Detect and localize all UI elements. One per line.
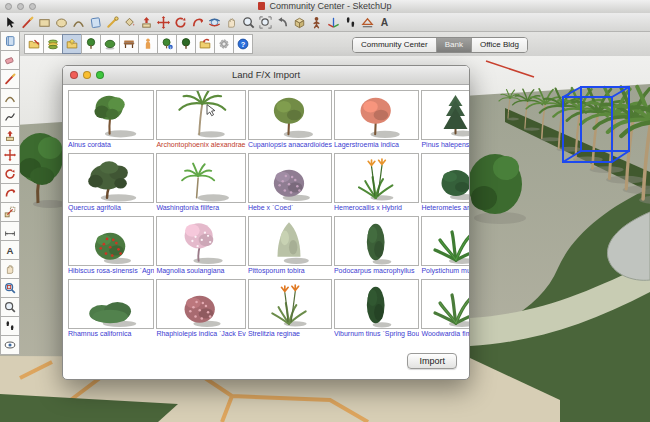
plant-item[interactable]: Pinus halepensis: [421, 90, 470, 150]
plant-item[interactable]: Hibiscus rosa-sinensis `Agn: [68, 216, 154, 276]
push-pull-button[interactable]: [138, 14, 155, 31]
tab-office-bldg[interactable]: Office Bldg: [472, 38, 527, 52]
axes-button[interactable]: [325, 14, 342, 31]
dialog-titlebar[interactable]: Land F/X Import: [63, 66, 469, 85]
pan-button[interactable]: [0, 259, 20, 279]
plant-thumbnail: [156, 216, 246, 266]
follow-me-button[interactable]: [0, 183, 20, 203]
paint-bucket-icon: [122, 15, 137, 30]
new-project-icon: [27, 37, 41, 51]
zoom-icon: [3, 300, 17, 314]
zoom-extents-button[interactable]: [257, 14, 274, 31]
sketchup-document-icon: [258, 2, 265, 10]
zoom-button[interactable]: [240, 14, 257, 31]
plant-item[interactable]: Rhamnus californica: [68, 279, 154, 339]
help-button[interactable]: ?: [233, 34, 253, 54]
zoom-window-button[interactable]: [0, 278, 20, 298]
plant-item[interactable]: Archontophoenix alexandrae: [156, 90, 246, 150]
follow-me-icon: [190, 15, 205, 30]
plant-item[interactable]: Lagerstroemia indica: [334, 90, 419, 150]
plant-item[interactable]: Washingtonia filifera: [156, 153, 246, 213]
dimension-button[interactable]: [0, 221, 20, 241]
dialog-zoom-button[interactable]: [96, 71, 104, 79]
arc-button[interactable]: [70, 14, 87, 31]
section-plane-button[interactable]: [359, 14, 376, 31]
rotate-icon: [3, 167, 17, 181]
plant-item[interactable]: Woodwardia fimbriata: [421, 279, 470, 339]
plant-item[interactable]: Pittosporum tobira: [248, 216, 332, 276]
plant-item[interactable]: Cupaniopsis anacardioides: [248, 90, 332, 150]
rotate-button[interactable]: [172, 14, 189, 31]
text-button[interactable]: A: [0, 240, 20, 260]
position-camera-button[interactable]: [308, 14, 325, 31]
shapes-button[interactable]: [87, 14, 104, 31]
eraser-button[interactable]: [0, 50, 20, 70]
rectangle-button[interactable]: [36, 14, 53, 31]
plant-item[interactable]: Heteromeles arbutifolia: [421, 153, 470, 213]
dialog-minimize-button[interactable]: [83, 71, 91, 79]
plant-item[interactable]: Rhaphiolepis indica `Jack Ev: [156, 279, 246, 339]
follow-me-button[interactable]: [189, 14, 206, 31]
circle-button[interactable]: [53, 14, 70, 31]
walk-button[interactable]: [0, 316, 20, 336]
open-project-button[interactable]: [62, 34, 82, 54]
plant-thumbnail: [421, 216, 470, 266]
plant-info-button[interactable]: i: [157, 34, 177, 54]
plant-label: Hibiscus rosa-sinensis `Agn: [68, 266, 154, 276]
plant-thumbnail: [421, 279, 470, 329]
settings-button[interactable]: [214, 34, 234, 54]
plant-item[interactable]: Strelitzia reginae: [248, 279, 332, 339]
orbit-button[interactable]: [206, 14, 223, 31]
pan-button[interactable]: [223, 14, 240, 31]
dimension-icon: [3, 224, 17, 238]
place-canopy-tree-button[interactable]: [176, 34, 196, 54]
shapes-icon: [88, 15, 103, 30]
plant-item[interactable]: Hemerocallis x Hybrid: [334, 153, 419, 213]
freehand-button[interactable]: [0, 107, 20, 127]
styles-button[interactable]: [0, 31, 20, 51]
import-plants-button[interactable]: [195, 34, 215, 54]
line-button[interactable]: [19, 14, 36, 31]
plant-label: Quercus agrifolia: [68, 203, 154, 213]
plant-item[interactable]: Polystichum munitum: [421, 216, 470, 276]
push-pull-button[interactable]: [0, 126, 20, 146]
plant-item[interactable]: Hebe x `Coed`: [248, 153, 332, 213]
select-button[interactable]: [2, 14, 19, 31]
tab-bank[interactable]: Bank: [437, 38, 472, 52]
dialog-close-button[interactable]: [70, 71, 78, 79]
arc-button[interactable]: [0, 88, 20, 108]
move-button[interactable]: [0, 145, 20, 165]
make-component-button[interactable]: [291, 14, 308, 31]
plant-item[interactable]: Podocarpus macrophyllus: [334, 216, 419, 276]
new-project-button[interactable]: [24, 34, 44, 54]
text-button[interactable]: A: [376, 14, 393, 31]
plant-item[interactable]: Magnolia soulangiana: [156, 216, 246, 276]
paint-bucket-button[interactable]: [121, 14, 138, 31]
rotate-button[interactable]: [0, 164, 20, 184]
line-button[interactable]: [0, 69, 20, 89]
place-shrub-button[interactable]: [100, 34, 120, 54]
plant-item[interactable]: Viburnum tinus `Spring Bou: [334, 279, 419, 339]
plant-thumbnail: [156, 153, 246, 203]
plant-schedule-button[interactable]: [43, 34, 63, 54]
place-tree-button[interactable]: [81, 34, 101, 54]
help-icon: ?: [236, 37, 250, 51]
move-button[interactable]: [155, 14, 172, 31]
look-around-button[interactable]: [0, 335, 20, 355]
plant-item[interactable]: Quercus agrifolia: [68, 153, 154, 213]
place-person-button[interactable]: [138, 34, 158, 54]
plant-item[interactable]: Alnus cordata: [68, 90, 154, 150]
previous-view-button[interactable]: [274, 14, 291, 31]
tape-measure-button[interactable]: [104, 14, 121, 31]
walk-button[interactable]: [342, 14, 359, 31]
window-title: Community Center - SketchUp: [0, 1, 650, 11]
site-furniture-button[interactable]: [119, 34, 139, 54]
scene-tab-bar: Community CenterBankOffice Bldg: [352, 37, 528, 53]
zoom-button[interactable]: [0, 297, 20, 317]
plant-label: Strelitzia reginae: [248, 329, 332, 339]
tab-community-center[interactable]: Community Center: [353, 38, 437, 52]
plant-thumbnail: [421, 153, 470, 203]
plant-label: Viburnum tinus `Spring Bou: [334, 329, 419, 339]
import-button[interactable]: Import: [407, 353, 457, 369]
scale-button[interactable]: [0, 202, 20, 222]
